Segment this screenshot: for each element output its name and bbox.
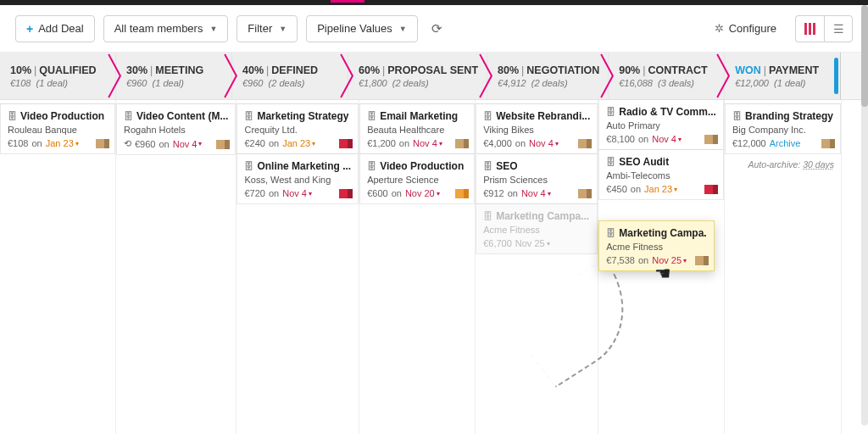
deal-amount: €240 [244,138,264,148]
deal-card[interactable]: 🗄Video Production Aperture Science €600 … [359,153,475,204]
close-date[interactable]: Nov 20▾ [405,188,440,198]
deal-amount: €912 [483,188,504,198]
configure-button[interactable]: ✲Configure [704,15,787,42]
deal-card[interactable]: 🗄SEO Prism Sciences €912 on Nov 4▾ [476,153,598,204]
deal-amount: €108 [8,138,28,148]
archive-link[interactable]: Archive [770,138,801,148]
deal-card[interactable]: 🗄Video Production Rouleau Banque €108 on… [0,103,115,154]
caret-down-icon: ▼ [279,25,287,33]
deal-card[interactable]: 🗄Online Marketing ... Koss, West and Kin… [236,153,359,204]
deal-company: Beauta Healthcare [367,125,467,135]
priority-flag-icon [821,139,835,148]
deal-title: 🗄SEO [483,160,590,172]
close-date[interactable]: Nov 25▾ [515,238,550,248]
priority-flag-icon [96,139,109,148]
caret-down-icon: ▼ [399,25,407,33]
stage-arrow-icon [478,53,495,99]
close-date[interactable]: Jan 23▾ [46,138,79,148]
deal-card[interactable]: 🗄Marketing Strategy Crequity Ltd. €240 o… [236,103,359,154]
pipeline-values-dropdown[interactable]: Pipeline Values▼ [306,15,418,42]
briefcase-icon: 🗄 [244,111,253,121]
close-date[interactable]: Jan 23▾ [282,138,315,148]
add-deal-button[interactable]: +Add Deal [15,15,95,42]
briefcase-icon: 🗄 [124,111,133,121]
flag-slot [339,139,353,148]
close-date[interactable]: Nov 25▾ [652,255,687,265]
stage-label: 30%|MEETING [126,64,223,76]
close-date[interactable]: Jan 23▾ [644,184,677,194]
briefcase-icon: 🗄 [606,157,615,167]
stage-column: 🗄Marketing Campa... Acme Fitness €7,538 … [598,100,725,434]
stage-header[interactable]: 90%|CONTRACT €16,088 (3 deals) [609,53,725,99]
auto-archive-days[interactable]: 30 days [803,159,834,170]
stage-header[interactable]: WON|PAYMENT €12,000 (1 deal) [725,53,841,99]
deal-amount: €6,700 [483,238,512,248]
deal-meta: €8,100 on Nov 4▾ [606,134,716,144]
deal-card[interactable]: 🗄Marketing Campa... Acme Fitness €6,700 … [476,203,598,254]
vertical-scrollbar[interactable] [861,5,868,426]
deal-company: Auto Primary [606,120,716,131]
refresh-button[interactable]: ⟳ [426,21,448,36]
flag-slot [821,139,835,148]
deal-company: Acme Fitness [483,225,590,235]
add-deal-label: Add Deal [38,22,83,35]
deal-card[interactable]: 🗄Email Marketing Beauta Healthcare €1,20… [359,103,475,154]
deal-amount: €4,000 [483,138,512,148]
deal-company: Big Company Inc. [732,125,833,135]
stage-header[interactable]: 80%|NEGOTIATION €4,912 (2 deals) [487,53,609,99]
deal-card[interactable]: 🗄Website Rebrandi... Viking Bikes €4,000… [476,103,598,154]
stage-header[interactable]: 40%|DEFINED €960 (2 deals) [232,53,348,99]
stage-header-row: 10%|QUALIFIED €108 (1 deal)30%|MEETING €… [0,53,868,100]
stage-label: 40%|DEFINED [242,64,339,76]
deal-title: 🗄Marketing Strategy [244,110,351,122]
stage-arrow-icon [715,53,732,99]
deal-amount: €600 [367,188,387,198]
deal-card[interactable]: 🗄Radio & TV Comm... Auto Primary €8,100 … [598,99,724,150]
briefcase-icon: 🗄 [483,111,492,121]
close-date[interactable]: Nov 4▾ [529,138,559,148]
close-date[interactable]: Nov 4▾ [413,138,442,148]
stage-header[interactable]: 30%|MEETING €960 (1 deal) [116,53,232,99]
close-date[interactable]: Nov 4▾ [652,134,682,144]
priority-flag-icon [578,139,592,148]
priority-flag-icon [695,256,709,265]
stage-subtotal: €4,912 (2 deals) [498,78,599,88]
deal-meta: €912 on Nov 4▾ [483,188,590,198]
deal-card-dragging[interactable]: 🗄Marketing Campa... Acme Fitness €7,538 … [598,220,715,271]
deal-amount: €12,000 [732,138,766,148]
priority-flag-icon [455,139,469,148]
stage-column: 🗄Website Rebrandi... Viking Bikes €4,000… [476,100,598,434]
deal-card[interactable]: 🗄Branding Strategy Big Company Inc. €12,… [725,103,841,154]
close-date[interactable]: Nov 4▾ [521,188,551,198]
flag-slot [96,139,109,148]
briefcase-icon: 🗄 [483,211,492,221]
deal-meta: €4,000 on Nov 4▾ [483,138,590,148]
team-filter-label: All team members [114,22,203,35]
board-view-button[interactable] [795,15,824,42]
stage-header[interactable]: 10%|QUALIFIED €108 (1 deal) [0,53,116,99]
deal-meta: €600 on Nov 20▾ [367,188,467,198]
stage-header[interactable]: 60%|PROPOSAL SENT €1,800 (2 deals) [348,53,487,99]
flag-slot [578,139,592,148]
list-view-button[interactable]: ☰ [824,15,853,42]
gear-icon: ✲ [715,22,724,35]
close-date[interactable]: Nov 4▾ [282,188,312,198]
deal-amount: €7,538 [606,255,635,265]
priority-flag-icon [455,189,469,198]
stage-label: 80%|NEGOTIATION [498,64,599,76]
deal-card[interactable]: 🗄SEO Audit Ambi-Telecoms €450 on Jan 23▾ [598,149,724,200]
deal-title: 🗄Email Marketing [367,110,467,122]
deal-amount: €720 [244,188,264,198]
filter-dropdown[interactable]: Filter▼ [236,15,298,42]
stage-subtotal: €12,000 (1 deal) [735,78,832,88]
close-date[interactable]: Nov 4▾ [173,139,203,149]
plus-icon: + [26,22,33,36]
filter-lines-icon: ☰ [833,22,844,36]
deal-meta: ⟲€960 on Nov 4▾ [124,138,228,149]
briefcase-icon: 🗄 [244,161,253,171]
deal-amount: €1,200 [367,138,396,148]
recycle-icon: ⟲ [124,138,131,149]
deal-card[interactable]: 🗄Video Content (M... Rogahn Hotels ⟲€960… [116,103,236,155]
priority-flag-icon [339,189,353,198]
team-filter-dropdown[interactable]: All team members▼ [103,15,229,42]
